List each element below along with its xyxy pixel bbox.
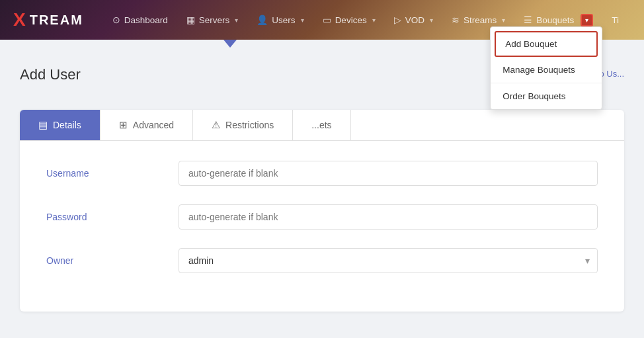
password-label: Password xyxy=(46,212,179,222)
users-dropdown-pointer xyxy=(223,40,237,48)
content-card: ▤ Details ⊞ Advanced ⚠ Restrictions ...e… xyxy=(20,110,624,312)
username-row: Username xyxy=(46,161,598,186)
streams-icon: ≋ xyxy=(452,15,460,25)
bouquets-dropdown: Add Bouquet Manage Bouquets Order Bouque… xyxy=(490,26,602,110)
vod-chevron-icon: ▾ xyxy=(430,17,433,24)
dropdown-item-add-bouquet[interactable]: Add Bouquet xyxy=(495,31,598,57)
nav-label-streams: Streams xyxy=(463,15,497,25)
logo-tream: TREAM xyxy=(30,13,83,28)
nav-item-devices[interactable]: ▭ Devices ▾ xyxy=(313,15,385,25)
vod-icon: ▷ xyxy=(394,15,401,25)
details-tab-icon: ▤ xyxy=(38,119,48,131)
tab-advanced-label: Advanced xyxy=(133,120,174,130)
tab-restrictions[interactable]: ⚠ Restrictions xyxy=(193,110,293,140)
nav-label-vod: VOD xyxy=(405,15,424,25)
nav-label-tickets: Ti xyxy=(612,15,619,25)
advanced-tab-icon: ⊞ xyxy=(119,119,128,131)
nav-item-users[interactable]: 👤 Users ▾ xyxy=(247,15,313,25)
bouquets-dropdown-toggle[interactable]: ▾ xyxy=(581,14,593,26)
header: X TREAM ⊙ Dashboard ▦ Servers ▾ 👤 Users … xyxy=(0,0,644,40)
nav-label-users: Users xyxy=(272,15,295,25)
tab-details[interactable]: ▤ Details xyxy=(20,110,101,140)
owner-select-wrap: admin ▾ xyxy=(179,248,598,273)
main-nav: ⊙ Dashboard ▦ Servers ▾ 👤 Users ▾ ▭ Devi… xyxy=(103,14,602,26)
nav-item-streams[interactable]: ≋ Streams ▾ xyxy=(442,15,514,25)
page-title: Add User xyxy=(20,66,81,83)
servers-chevron-icon: ▾ xyxy=(235,17,238,24)
password-input[interactable] xyxy=(179,204,598,230)
users-chevron-icon: ▾ xyxy=(301,17,304,24)
password-row: Password xyxy=(46,204,598,230)
nav-label-bouquets: Bouquets xyxy=(536,15,574,25)
servers-icon: ▦ xyxy=(186,15,195,25)
nav-label-dashboard: Dashboard xyxy=(124,15,168,25)
dropdown-item-order-bouquets[interactable]: Order Bouquets xyxy=(491,83,602,109)
nav-item-servers[interactable]: ▦ Servers ▾ xyxy=(177,15,248,25)
nav-item-dashboard[interactable]: ⊙ Dashboard xyxy=(103,15,177,25)
tab-restrictions-label: Restrictions xyxy=(225,120,274,130)
nav-label-servers: Servers xyxy=(199,15,230,25)
devices-icon: ▭ xyxy=(323,15,331,25)
logo-x: X xyxy=(13,9,27,30)
tab-bouquets-partial[interactable]: ...ets xyxy=(293,110,350,140)
logo[interactable]: X TREAM xyxy=(13,9,83,30)
form-area: Username Password Owner admin ▾ xyxy=(20,141,624,312)
tabs-bar: ▤ Details ⊞ Advanced ⚠ Restrictions ...e… xyxy=(20,110,624,141)
tab-details-label: Details xyxy=(53,120,81,130)
dropdown-item-manage-bouquets[interactable]: Manage Bouquets xyxy=(491,57,602,83)
owner-select[interactable]: admin xyxy=(179,248,598,273)
owner-label: Owner xyxy=(46,255,179,266)
tab-advanced[interactable]: ⊞ Advanced xyxy=(101,110,193,140)
devices-chevron-icon: ▾ xyxy=(372,17,376,24)
nav-label-devices: Devices xyxy=(335,15,367,25)
users-icon: 👤 xyxy=(257,15,268,25)
owner-row: Owner admin ▾ xyxy=(46,248,598,273)
nav-item-vod[interactable]: ▷ VOD ▾ xyxy=(385,15,442,25)
dashboard-icon: ⊙ xyxy=(112,15,120,25)
bouquets-icon: ☰ xyxy=(524,15,532,25)
tab-bouquets-label: ...ets xyxy=(311,120,331,130)
streams-chevron-icon: ▾ xyxy=(502,17,505,24)
nav-item-tickets[interactable]: Ti xyxy=(602,15,628,25)
username-label: Username xyxy=(46,168,179,179)
restrictions-tab-icon: ⚠ xyxy=(212,119,220,131)
nav-item-bouquets[interactable]: ☰ Bouquets ▾ Add Bouquet Manage Bouquets… xyxy=(514,14,602,26)
username-input[interactable] xyxy=(179,161,598,186)
